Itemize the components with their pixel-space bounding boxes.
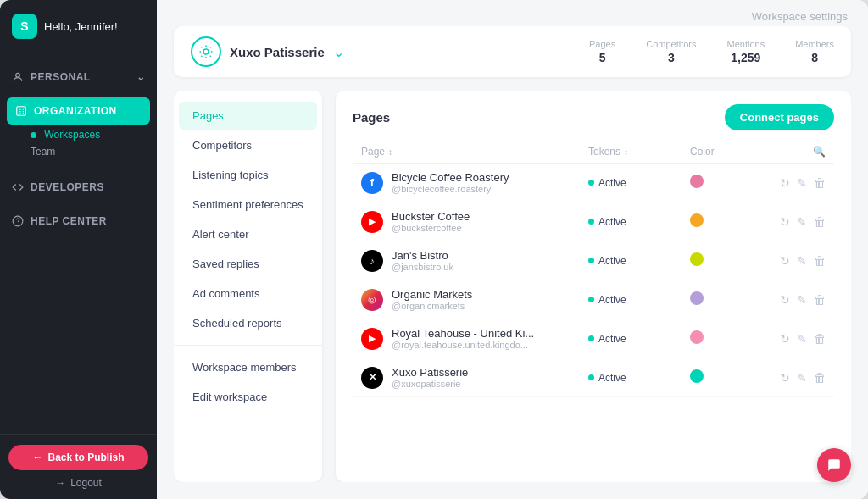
- color-dot: [690, 330, 704, 344]
- sidebar-header: S Hello, Jennifer!: [0, 0, 157, 53]
- sort-icon-tokens: ↕: [624, 147, 628, 157]
- workspace-icon: [191, 36, 221, 67]
- pages-table: f Bicycle Coffee Roastery @bicyclecoffee…: [353, 164, 834, 469]
- nav-item-workspace-members[interactable]: Workspace members: [179, 353, 317, 381]
- delete-icon[interactable]: 🗑: [814, 293, 826, 307]
- status-dot: [588, 335, 594, 341]
- personal-label: PERSONAL: [31, 71, 91, 83]
- organization-section: ORGANIZATION Workspaces Team: [0, 94, 157, 170]
- content-area: Xuxo Patisserie ⌄ Pages 5 Competitors 3 …: [157, 26, 868, 499]
- delete-icon[interactable]: 🗑: [814, 332, 826, 346]
- stat-competitors: Competitors 3: [646, 39, 696, 64]
- color-cell: [690, 175, 758, 191]
- workspace-stats: Pages 5 Competitors 3 Mentions 1,259 Mem…: [589, 39, 834, 64]
- status-badge: Active: [588, 294, 690, 306]
- panel-header: Pages Connect pages: [353, 104, 834, 130]
- refresh-icon[interactable]: ↻: [780, 293, 790, 307]
- delete-icon[interactable]: 🗑: [814, 371, 826, 385]
- page-title-bar: Workspace settings: [157, 0, 868, 26]
- edit-icon[interactable]: ✎: [797, 215, 807, 229]
- nav-item-listening-topics[interactable]: Listening topics: [179, 161, 317, 189]
- main-content: Workspace settings Xuxo Patisserie ⌄ Pag…: [157, 0, 868, 499]
- table-header: Page ↕ Tokens ↕ Color 🔍: [353, 141, 834, 164]
- workspace-dropdown-button[interactable]: ⌄: [333, 44, 344, 60]
- page-info: f Bicycle Coffee Roastery @bicyclecoffee…: [361, 171, 588, 194]
- logout-button[interactable]: → Logout: [8, 477, 148, 489]
- platform-icon-facebook: f: [361, 172, 383, 194]
- row-actions: ↻ ✎ 🗑: [758, 215, 826, 229]
- search-icon[interactable]: 🔍: [813, 146, 826, 158]
- page-info: ▶ Buckster Coffee @buckstercoffee: [361, 210, 588, 233]
- color-dot: [690, 213, 704, 227]
- svg-point-0: [16, 73, 20, 77]
- chat-bubble-button[interactable]: [817, 448, 851, 482]
- platform-icon-x: ✕: [361, 367, 383, 389]
- chevron-down-icon: ⌄: [136, 71, 146, 83]
- organization-label: ORGANIZATION: [34, 105, 117, 117]
- sidebar-item-personal[interactable]: PERSONAL ⌄: [0, 64, 157, 91]
- color-dot: [690, 369, 704, 383]
- status-dot: [588, 219, 594, 225]
- back-to-publish-button[interactable]: ← Back to Publish: [8, 445, 148, 470]
- platform-icon-instagram: ◎: [361, 289, 383, 311]
- status-dot: [588, 180, 594, 186]
- nav-item-competitors[interactable]: Competitors: [179, 131, 317, 159]
- nav-item-ad-comments[interactable]: Ad comments: [179, 280, 317, 308]
- refresh-icon[interactable]: ↻: [780, 176, 790, 190]
- refresh-icon[interactable]: ↻: [780, 254, 790, 268]
- edit-icon[interactable]: ✎: [797, 332, 807, 346]
- page-title: Workspace settings: [752, 10, 848, 23]
- edit-icon[interactable]: ✎: [797, 176, 807, 190]
- edit-icon[interactable]: ✎: [797, 254, 807, 268]
- col-page: Page ↕: [361, 146, 588, 158]
- delete-icon[interactable]: 🗑: [814, 176, 826, 190]
- nav-item-alert-center[interactable]: Alert center: [179, 220, 317, 248]
- col-color: Color: [690, 146, 758, 158]
- sidebar-item-developers[interactable]: DEVELOPERS: [0, 174, 157, 201]
- row-actions: ↻ ✎ 🗑: [758, 332, 826, 346]
- edit-icon[interactable]: ✎: [797, 371, 807, 385]
- svg-point-3: [203, 49, 209, 54]
- row-actions: ↻ ✎ 🗑: [758, 293, 826, 307]
- left-nav-panel: Pages Competitors Listening topics Senti…: [174, 91, 322, 482]
- color-dot: [690, 175, 704, 188]
- sidebar-item-workspaces[interactable]: Workspaces: [31, 126, 145, 143]
- sidebar-item-organization[interactable]: ORGANIZATION: [7, 97, 150, 125]
- page-info: ▶ Royal Teahouse - United Ki... @royal.t…: [361, 327, 588, 350]
- building-icon: [15, 105, 27, 117]
- row-actions: ↻ ✎ 🗑: [758, 176, 826, 190]
- nav-item-scheduled-reports[interactable]: Scheduled reports: [179, 309, 317, 337]
- platform-icon-youtube2: ▶: [361, 328, 383, 350]
- bottom-layout: Pages Competitors Listening topics Senti…: [174, 91, 851, 482]
- refresh-icon[interactable]: ↻: [780, 215, 790, 229]
- platform-icon-tiktok: ♪: [361, 250, 383, 272]
- status-badge: Active: [588, 177, 690, 189]
- color-dot: [690, 252, 704, 266]
- edit-icon[interactable]: ✎: [797, 293, 807, 307]
- delete-icon[interactable]: 🗑: [814, 254, 826, 268]
- nav-item-pages[interactable]: Pages: [179, 102, 317, 130]
- page-info: ♪ Jan's Bistro @jansbistro.uk: [361, 249, 588, 272]
- nav-item-sentiment-preferences[interactable]: Sentiment preferences: [179, 191, 317, 219]
- color-cell: [690, 213, 758, 230]
- nav-item-edit-workspace[interactable]: Edit workspace: [179, 383, 317, 411]
- row-actions: ↻ ✎ 🗑: [758, 254, 826, 268]
- nav-item-saved-replies[interactable]: Saved replies: [179, 250, 317, 278]
- app-logo: S: [12, 14, 37, 39]
- sidebar-item-team[interactable]: Team: [31, 143, 145, 160]
- status-badge: Active: [588, 216, 690, 228]
- table-row: ▶ Royal Teahouse - United Ki... @royal.t…: [353, 319, 834, 358]
- sort-icon-page: ↕: [388, 147, 392, 157]
- connect-pages-button[interactable]: Connect pages: [725, 104, 834, 130]
- refresh-icon[interactable]: ↻: [780, 332, 790, 346]
- sidebar: S Hello, Jennifer! PERSONAL ⌄ ORGANIZATI…: [0, 0, 157, 499]
- status-badge: Active: [588, 333, 690, 345]
- developers-section: DEVELOPERS: [0, 170, 157, 204]
- status-dot: [588, 258, 594, 263]
- refresh-icon[interactable]: ↻: [780, 371, 790, 385]
- help-center-label: HELP CENTER: [31, 215, 107, 227]
- delete-icon[interactable]: 🗑: [814, 215, 826, 229]
- table-row: ▶ Buckster Coffee @buckstercoffee Active: [353, 202, 834, 241]
- sidebar-nav: PERSONAL ⌄ ORGANIZATION Workspaces Team: [0, 53, 157, 434]
- sidebar-item-help-center[interactable]: HELP CENTER: [0, 208, 157, 235]
